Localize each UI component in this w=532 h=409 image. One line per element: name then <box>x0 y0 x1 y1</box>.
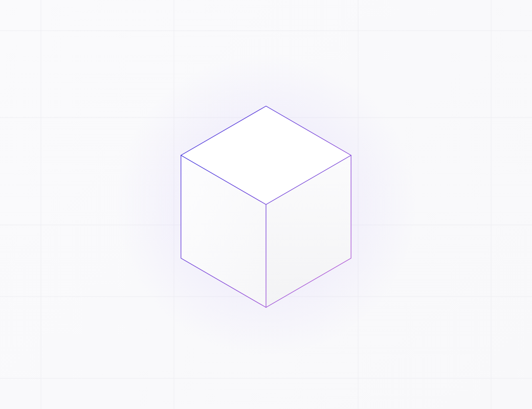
diagram-canvas <box>0 0 532 409</box>
isometric-cube <box>159 97 373 312</box>
cube-icon <box>159 97 373 312</box>
